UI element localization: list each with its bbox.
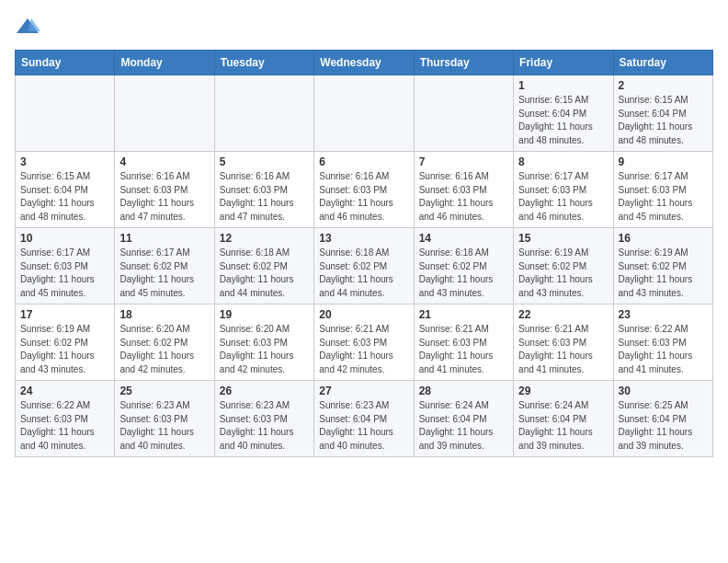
calendar-body: 1Sunrise: 6:15 AM Sunset: 6:04 PM Daylig… <box>16 75 713 457</box>
calendar-week-row: 1Sunrise: 6:15 AM Sunset: 6:04 PM Daylig… <box>16 75 713 152</box>
calendar-cell: 26Sunrise: 6:23 AM Sunset: 6:03 PM Dayli… <box>214 381 313 457</box>
day-number: 15 <box>518 232 608 245</box>
day-info: Sunrise: 6:18 AM Sunset: 6:02 PM Dayligh… <box>419 247 508 300</box>
day-info: Sunrise: 6:15 AM Sunset: 6:04 PM Dayligh… <box>518 94 608 147</box>
day-number: 6 <box>319 155 408 168</box>
calendar-cell: 30Sunrise: 6:25 AM Sunset: 6:04 PM Dayli… <box>613 381 712 457</box>
day-number: 16 <box>619 232 708 245</box>
day-number: 4 <box>119 155 209 168</box>
day-number: 11 <box>119 232 209 245</box>
calendar-cell: 10Sunrise: 6:17 AM Sunset: 6:03 PM Dayli… <box>16 228 115 304</box>
day-info: Sunrise: 6:24 AM Sunset: 6:04 PM Dayligh… <box>419 399 508 453</box>
day-info: Sunrise: 6:16 AM Sunset: 6:03 PM Dayligh… <box>220 170 309 224</box>
day-info: Sunrise: 6:17 AM Sunset: 6:03 PM Dayligh… <box>619 170 708 224</box>
weekday-header-wednesday: Wednesday <box>314 51 414 75</box>
day-number: 2 <box>619 79 708 92</box>
day-info: Sunrise: 6:16 AM Sunset: 6:03 PM Dayligh… <box>119 170 209 224</box>
day-info: Sunrise: 6:23 AM Sunset: 6:03 PM Dayligh… <box>220 399 309 453</box>
day-number: 24 <box>20 385 109 397</box>
calendar-cell <box>115 75 214 152</box>
day-number: 23 <box>619 308 708 321</box>
day-info: Sunrise: 6:22 AM Sunset: 6:03 PM Dayligh… <box>20 399 109 453</box>
weekday-header-friday: Friday <box>514 51 613 75</box>
day-number: 1 <box>518 79 608 92</box>
calendar-cell <box>16 75 115 152</box>
day-info: Sunrise: 6:25 AM Sunset: 6:04 PM Dayligh… <box>619 399 708 453</box>
day-number: 10 <box>20 232 109 245</box>
day-info: Sunrise: 6:16 AM Sunset: 6:03 PM Dayligh… <box>319 170 408 224</box>
calendar-cell: 9Sunrise: 6:17 AM Sunset: 6:03 PM Daylig… <box>613 152 712 228</box>
day-info: Sunrise: 6:21 AM Sunset: 6:03 PM Dayligh… <box>319 323 408 376</box>
day-number: 7 <box>419 155 508 168</box>
calendar-table: SundayMondayTuesdayWednesdayThursdayFrid… <box>15 50 713 457</box>
day-info: Sunrise: 6:21 AM Sunset: 6:03 PM Dayligh… <box>419 323 508 376</box>
calendar-cell <box>314 75 414 152</box>
day-info: Sunrise: 6:19 AM Sunset: 6:02 PM Dayligh… <box>20 323 109 376</box>
calendar-week-row: 17Sunrise: 6:19 AM Sunset: 6:02 PM Dayli… <box>16 304 713 381</box>
calendar-cell: 20Sunrise: 6:21 AM Sunset: 6:03 PM Dayli… <box>314 304 414 381</box>
day-number: 17 <box>20 308 109 321</box>
weekday-header-row: SundayMondayTuesdayWednesdayThursdayFrid… <box>16 51 713 75</box>
day-number: 9 <box>619 155 708 168</box>
day-info: Sunrise: 6:22 AM Sunset: 6:03 PM Dayligh… <box>619 323 708 376</box>
day-number: 12 <box>220 232 309 245</box>
calendar-cell: 22Sunrise: 6:21 AM Sunset: 6:03 PM Dayli… <box>514 304 613 381</box>
day-number: 5 <box>220 155 309 168</box>
calendar-cell: 24Sunrise: 6:22 AM Sunset: 6:03 PM Dayli… <box>16 381 115 457</box>
day-info: Sunrise: 6:19 AM Sunset: 6:02 PM Dayligh… <box>518 247 608 300</box>
calendar-cell: 16Sunrise: 6:19 AM Sunset: 6:02 PM Dayli… <box>613 228 712 304</box>
calendar-cell: 8Sunrise: 6:17 AM Sunset: 6:03 PM Daylig… <box>514 152 613 228</box>
calendar-cell: 7Sunrise: 6:16 AM Sunset: 6:03 PM Daylig… <box>414 152 513 228</box>
calendar-cell: 19Sunrise: 6:20 AM Sunset: 6:03 PM Dayli… <box>214 304 313 381</box>
calendar-cell: 3Sunrise: 6:15 AM Sunset: 6:04 PM Daylig… <box>16 152 115 228</box>
svg-marker-1 <box>28 18 40 31</box>
page-header <box>15 15 713 40</box>
calendar-week-row: 24Sunrise: 6:22 AM Sunset: 6:03 PM Dayli… <box>16 381 713 457</box>
day-info: Sunrise: 6:18 AM Sunset: 6:02 PM Dayligh… <box>319 247 408 300</box>
day-info: Sunrise: 6:21 AM Sunset: 6:03 PM Dayligh… <box>518 323 608 376</box>
day-number: 20 <box>319 308 408 321</box>
calendar-cell: 13Sunrise: 6:18 AM Sunset: 6:02 PM Dayli… <box>314 228 414 304</box>
calendar-cell: 29Sunrise: 6:24 AM Sunset: 6:04 PM Dayli… <box>514 381 613 457</box>
calendar-cell: 27Sunrise: 6:23 AM Sunset: 6:04 PM Dayli… <box>314 381 414 457</box>
calendar-week-row: 3Sunrise: 6:15 AM Sunset: 6:04 PM Daylig… <box>16 152 713 228</box>
day-info: Sunrise: 6:19 AM Sunset: 6:02 PM Dayligh… <box>619 247 708 300</box>
day-info: Sunrise: 6:18 AM Sunset: 6:02 PM Dayligh… <box>220 247 309 300</box>
day-number: 18 <box>119 308 209 321</box>
day-number: 29 <box>518 385 608 397</box>
weekday-header-thursday: Thursday <box>414 51 513 75</box>
calendar-header: SundayMondayTuesdayWednesdayThursdayFrid… <box>16 51 713 75</box>
calendar-cell: 11Sunrise: 6:17 AM Sunset: 6:02 PM Dayli… <box>115 228 214 304</box>
calendar-cell: 23Sunrise: 6:22 AM Sunset: 6:03 PM Dayli… <box>613 304 712 381</box>
calendar-cell: 25Sunrise: 6:23 AM Sunset: 6:03 PM Dayli… <box>115 381 214 457</box>
calendar-cell: 2Sunrise: 6:15 AM Sunset: 6:04 PM Daylig… <box>613 75 712 152</box>
day-info: Sunrise: 6:20 AM Sunset: 6:03 PM Dayligh… <box>220 323 309 376</box>
calendar-cell <box>414 75 513 152</box>
day-info: Sunrise: 6:17 AM Sunset: 6:03 PM Dayligh… <box>20 247 109 300</box>
day-info: Sunrise: 6:24 AM Sunset: 6:04 PM Dayligh… <box>518 399 608 453</box>
calendar-cell: 5Sunrise: 6:16 AM Sunset: 6:03 PM Daylig… <box>214 152 313 228</box>
day-number: 13 <box>319 232 408 245</box>
calendar-cell <box>214 75 313 152</box>
calendar-cell: 12Sunrise: 6:18 AM Sunset: 6:02 PM Dayli… <box>214 228 313 304</box>
weekday-header-monday: Monday <box>115 51 214 75</box>
calendar-cell: 4Sunrise: 6:16 AM Sunset: 6:03 PM Daylig… <box>115 152 214 228</box>
day-number: 25 <box>119 385 209 397</box>
day-number: 14 <box>419 232 508 245</box>
day-number: 28 <box>419 385 508 397</box>
day-number: 22 <box>518 308 608 321</box>
calendar-cell: 1Sunrise: 6:15 AM Sunset: 6:04 PM Daylig… <box>514 75 613 152</box>
calendar-cell: 18Sunrise: 6:20 AM Sunset: 6:02 PM Dayli… <box>115 304 214 381</box>
day-info: Sunrise: 6:20 AM Sunset: 6:02 PM Dayligh… <box>119 323 209 376</box>
day-number: 26 <box>220 385 309 397</box>
day-number: 3 <box>20 155 109 168</box>
day-number: 8 <box>518 155 608 168</box>
calendar-cell: 17Sunrise: 6:19 AM Sunset: 6:02 PM Dayli… <box>16 304 115 381</box>
day-info: Sunrise: 6:15 AM Sunset: 6:04 PM Dayligh… <box>619 94 708 147</box>
calendar-cell: 21Sunrise: 6:21 AM Sunset: 6:03 PM Dayli… <box>414 304 513 381</box>
weekday-header-sunday: Sunday <box>16 51 115 75</box>
day-number: 21 <box>419 308 508 321</box>
logo-icon <box>15 15 40 40</box>
day-number: 30 <box>619 385 708 397</box>
calendar-cell: 6Sunrise: 6:16 AM Sunset: 6:03 PM Daylig… <box>314 152 414 228</box>
